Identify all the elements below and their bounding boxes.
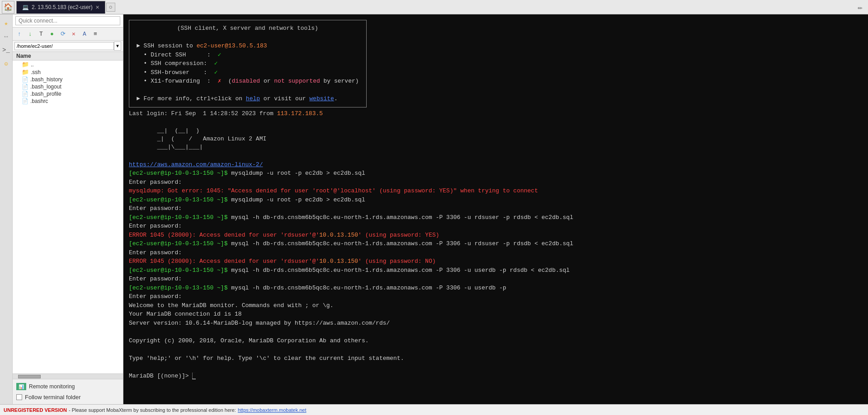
ssh-line-title: (SSH client, X server and network tools) bbox=[137, 24, 359, 33]
toolbar-properties[interactable]: A bbox=[80, 29, 90, 39]
ssh-line-browser: • SSH-browser : ✓ bbox=[137, 68, 359, 77]
tab-bar: 💻 2. 13.50.5.183 (ec2-user) ✕ ○ bbox=[16, 1, 858, 14]
terminal-cmd6: [ec2-user@ip-10-0-13-150 ~]$ mysql -h db… bbox=[129, 284, 863, 293]
terminal-enter2: Enter password: bbox=[129, 204, 863, 213]
left-icon-strip: ★ ↔ >_ ⊙ bbox=[0, 14, 13, 404]
terminal-cmd3: [ec2-user@ip-10-0-13-150 ~]$ mysql -h db… bbox=[129, 213, 863, 222]
quick-connect-input[interactable] bbox=[15, 16, 120, 25]
tab-label: 2. 13.50.5.183 (ec2-user) bbox=[32, 4, 93, 10]
scrollbar-thumb[interactable] bbox=[18, 375, 41, 378]
ssh-line-session: ► SSH session to ec2-user@13.50.5.183 bbox=[137, 42, 359, 51]
file-list-header: Name bbox=[13, 52, 123, 61]
list-item[interactable]: 📁 .. bbox=[13, 61, 123, 68]
list-item[interactable]: 📁 .ssh bbox=[13, 68, 123, 76]
file-name: .bash_logout bbox=[30, 84, 61, 90]
file-icon: 📄 bbox=[22, 76, 28, 83]
terminal-conn-id: Your MariaDB connection id is 18 bbox=[129, 310, 863, 319]
monitor-icon: 📊 bbox=[16, 383, 26, 390]
list-item[interactable]: 📄 .bash_history bbox=[13, 76, 123, 83]
sidebar-bottom: 📊 Remote monitoring Follow terminal fold… bbox=[13, 379, 123, 404]
toolbar-new-folder[interactable]: ● bbox=[47, 29, 57, 39]
terminal-mariadb-welcome: Welcome to the MariaDB monitor. Commands… bbox=[129, 301, 863, 310]
terminal-server-ver: Server version: 10.6.14-MariaDB-log mana… bbox=[129, 319, 863, 328]
remote-monitoring-section[interactable]: 📊 Remote monitoring bbox=[14, 381, 121, 392]
left-icon-star[interactable]: ★ bbox=[1, 18, 11, 28]
file-name: .bashrc bbox=[30, 98, 48, 104]
list-item[interactable]: 📄 .bash_profile bbox=[13, 90, 123, 98]
terminal-cmd5: [ec2-user@ip-10-0-13-150 ~]$ mysql -h db… bbox=[129, 266, 863, 275]
title-bar: 🏠 💻 2. 13.50.5.183 (ec2-user) ✕ ○ ✏ bbox=[0, 0, 868, 14]
file-list: Name 📁 .. 📁 .ssh 📄 .bash_history 📄 .bash… bbox=[13, 52, 123, 373]
sidebar: ↑ ↓ T ● ⟳ ✕ A ≡ ▼ Name 📁 .. 📁 .ssh bbox=[13, 14, 123, 404]
terminal-last-login: Last login: Fri Sep 1 14:28:52 2023 from… bbox=[129, 109, 863, 118]
status-bar: UNREGISTERED VERSION - Please support Mo… bbox=[0, 404, 868, 415]
tab-icon: 💻 bbox=[22, 4, 29, 10]
terminal-enter3: Enter password: bbox=[129, 222, 863, 231]
remote-monitoring-label: Remote monitoring bbox=[29, 383, 75, 390]
terminal-cmd4: [ec2-user@ip-10-0-13-150 ~]$ mysql -h db… bbox=[129, 239, 863, 248]
folder-icon: 📁 bbox=[22, 61, 29, 68]
file-icon: 📄 bbox=[22, 84, 28, 90]
amazon-ascii-art: __| (__| ) _| ( / Amazon Linux 2 AMI ___… bbox=[129, 127, 863, 152]
terminal-enter4: Enter password: bbox=[129, 248, 863, 257]
terminal-error2: ERROR 1045 (28000): Access denied for us… bbox=[129, 231, 863, 240]
main-layout: ★ ↔ >_ ⊙ ↑ ↓ T ● ⟳ ✕ A ≡ ▼ Name bbox=[0, 14, 868, 404]
follow-terminal-folder-label: Follow terminal folder bbox=[25, 394, 81, 401]
folder-icon: 📁 bbox=[22, 69, 29, 75]
ssh-line-info: ► For more info, ctrl+click on help or v… bbox=[137, 94, 359, 103]
mobatek-link[interactable]: https://mobaxterm.mobatek.net bbox=[238, 407, 307, 413]
terminal-copyright: Copyright (c) 2000, 2018, Oracle, MariaD… bbox=[129, 336, 863, 345]
status-message: - Please support MobaXterm by subscribin… bbox=[69, 407, 236, 413]
toolbar-upload[interactable]: ↑ bbox=[14, 29, 24, 39]
ssh-line-x11: • X11-forwarding : ✗ (disabled or not su… bbox=[137, 77, 359, 86]
ssh-info-box: (SSH client, X server and network tools)… bbox=[129, 20, 367, 107]
toolbar-new-file[interactable]: T bbox=[36, 29, 46, 39]
file-list-scrollbar[interactable] bbox=[13, 373, 123, 379]
follow-terminal-folder-section[interactable]: Follow terminal folder bbox=[14, 392, 121, 402]
ssh-line-compress: • SSH compression: ✓ bbox=[137, 59, 359, 68]
terminal-area[interactable]: (SSH client, X server and network tools)… bbox=[123, 14, 868, 404]
terminal-enter6: Enter password: bbox=[129, 292, 863, 301]
terminal-help-hint: Type 'help;' or '\h' for help. Type '\c'… bbox=[129, 354, 863, 363]
file-icon: 📄 bbox=[22, 98, 28, 104]
file-name: .bash_history bbox=[30, 76, 62, 83]
file-name: .ssh bbox=[31, 69, 41, 75]
terminal-cmd1: [ec2-user@ip-10-0-13-150 ~]$ mysqldump -… bbox=[129, 169, 863, 178]
path-dropdown-button[interactable]: ▼ bbox=[114, 42, 121, 51]
terminal-cmd2: [ec2-user@ip-10-0-13-150 ~]$ mysqldump -… bbox=[129, 196, 863, 205]
ssh-line-direct: • Direct SSH : ✓ bbox=[137, 51, 359, 60]
file-name: .bash_profile bbox=[30, 91, 61, 97]
toolbar-download[interactable]: ↓ bbox=[25, 29, 35, 39]
toolbar-refresh[interactable]: ⟳ bbox=[58, 29, 68, 39]
tab-close-button[interactable]: ✕ bbox=[95, 5, 99, 10]
toolbar-more[interactable]: ≡ bbox=[90, 29, 100, 39]
terminal-aws-link: https://aws.amazon.com/amazon-linux-2/ bbox=[129, 160, 863, 169]
terminal-prompt: MariaDB [(none)]> █ bbox=[129, 372, 863, 381]
terminal-enter5: Enter password: bbox=[129, 275, 863, 284]
path-input[interactable] bbox=[14, 42, 114, 50]
terminal-error3: ERROR 1045 (28000): Access denied for us… bbox=[129, 257, 863, 266]
list-item[interactable]: 📄 .bash_logout bbox=[13, 83, 123, 90]
terminal-tab[interactable]: 💻 2. 13.50.5.183 (ec2-user) ✕ bbox=[16, 1, 105, 14]
list-item[interactable]: 📄 .bashrc bbox=[13, 98, 123, 105]
terminal-enter1: Enter password: bbox=[129, 178, 863, 187]
add-tab-button[interactable]: ○ bbox=[106, 3, 115, 12]
terminal-error1: mysqldump: Got error: 1045: "Access deni… bbox=[129, 187, 863, 196]
left-icon-arrow[interactable]: ↔ bbox=[1, 32, 11, 42]
path-bar: ▼ bbox=[13, 41, 123, 52]
home-button[interactable]: 🏠 bbox=[2, 1, 14, 14]
left-icon-terminal[interactable]: >_ bbox=[1, 45, 11, 55]
follow-folder-checkbox[interactable] bbox=[16, 394, 22, 400]
quick-connect-bar bbox=[13, 14, 123, 28]
file-icon: 📄 bbox=[22, 91, 28, 97]
file-name: .. bbox=[31, 61, 34, 68]
corner-edit-icon: ✏ bbox=[858, 2, 866, 12]
toolbar-delete[interactable]: ✕ bbox=[69, 29, 79, 39]
left-icon-circle[interactable]: ⊙ bbox=[1, 59, 11, 69]
sidebar-toolbar: ↑ ↓ T ● ⟳ ✕ A ≡ bbox=[13, 28, 123, 41]
unregistered-label: UNREGISTERED VERSION bbox=[4, 407, 67, 413]
